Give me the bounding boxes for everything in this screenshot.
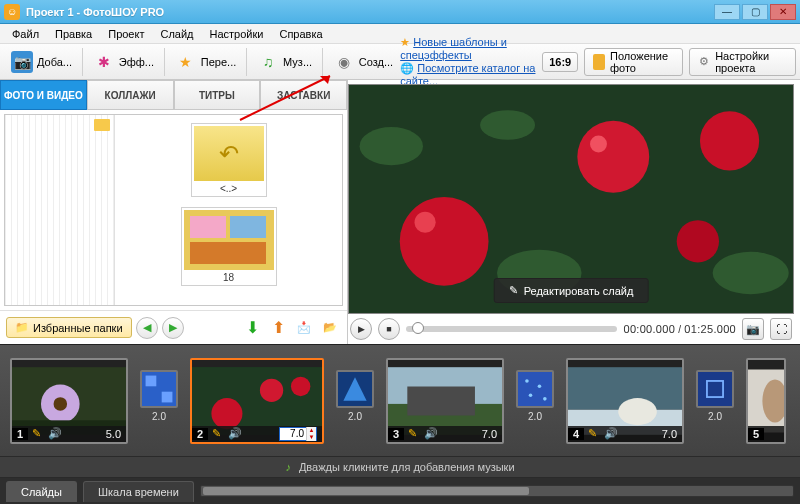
fullscreen-button[interactable]: ⛶ — [770, 318, 792, 340]
svg-rect-3 — [190, 242, 266, 264]
music-button[interactable]: ♫Муз... — [250, 47, 319, 77]
scrollbar-thumb[interactable] — [203, 487, 529, 495]
thumb-folder-18[interactable]: 18 — [181, 207, 277, 286]
seek-track[interactable] — [406, 326, 617, 332]
sound-icon[interactable]: 🔊 — [601, 427, 621, 440]
project-settings-button[interactable]: ⚙Настройки проекта — [689, 48, 796, 76]
aspect-ratio-button[interactable]: 16:9 — [542, 52, 578, 72]
snapshot-button[interactable]: 📷 — [742, 318, 764, 340]
svg-point-13 — [713, 252, 789, 294]
mail-icon[interactable]: 📩 — [293, 317, 315, 339]
window-title: Проект 1 - ФотоШОУ PRO — [26, 6, 714, 18]
transitions-button[interactable]: ★Пере... — [168, 47, 243, 77]
svg-point-24 — [260, 378, 283, 401]
titlebar: ☺ Проект 1 - ФотоШОУ PRO — ▢ ✕ — [0, 0, 800, 24]
position-icon — [593, 54, 605, 70]
menu-slide[interactable]: Слайд — [152, 26, 201, 42]
svg-point-11 — [360, 127, 423, 165]
pencil-icon[interactable]: ✎ — [28, 427, 45, 440]
nav-fwd-button[interactable]: ▶ — [162, 317, 184, 339]
svg-rect-1 — [190, 216, 226, 238]
music-track[interactable]: ♪ Дважды кликните для добавления музыки — [0, 456, 800, 478]
svg-point-7 — [577, 121, 649, 193]
folder-tree[interactable] — [5, 115, 115, 305]
photo-position-button[interactable]: Положение фото — [584, 48, 683, 76]
favorites-button[interactable]: 📁Избранные папки — [6, 317, 132, 338]
svg-rect-20 — [146, 375, 157, 386]
upload-icon[interactable]: ⬆ — [267, 317, 289, 339]
time-display: 00:00.000 / 01:25.000 — [623, 323, 736, 335]
transition-4[interactable]: 2.0 — [694, 370, 736, 432]
svg-point-33 — [538, 384, 542, 388]
create-button[interactable]: ◉Созд... — [326, 47, 400, 77]
slide-strip[interactable]: 1✎🔊5.0 2.0 2✎🔊 ▲▼ 2.0 3✎🔊7.0 2.0 4✎🔊7.0 … — [0, 345, 800, 456]
up-arrow-icon: ↶ — [219, 140, 239, 168]
left-panel: ФОТО И ВИДЕО КОЛЛАЖИ ТИТРЫ ЗАСТАВКИ ↶ <.… — [0, 80, 348, 344]
close-button[interactable]: ✕ — [770, 4, 796, 20]
transition-3[interactable]: 2.0 — [514, 370, 556, 432]
svg-rect-2 — [230, 216, 266, 238]
stop-button[interactable]: ■ — [378, 318, 400, 340]
browser-toolbar: 📁Избранные папки ◀ ▶ ⬇ ⬆ 📩 📂 — [0, 310, 347, 344]
maximize-button[interactable]: ▢ — [742, 4, 768, 20]
slide-2[interactable]: 2✎🔊 ▲▼ — [190, 358, 324, 444]
effects-icon: ✱ — [93, 51, 115, 73]
duration-spinner[interactable]: ▲▼ — [279, 427, 317, 441]
svg-point-35 — [543, 397, 547, 401]
svg-rect-39 — [698, 372, 732, 406]
spin-down[interactable]: ▼ — [306, 434, 316, 441]
slide-3[interactable]: 3✎🔊7.0 — [386, 358, 504, 444]
thumb-up[interactable]: ↶ <..> — [191, 123, 267, 197]
svg-point-32 — [525, 379, 529, 383]
menu-file[interactable]: Файл — [4, 26, 47, 42]
tab-slides[interactable]: Слайды — [6, 481, 77, 502]
edit-slide-button[interactable]: ✎Редактировать слайд — [494, 278, 649, 303]
pencil-icon[interactable]: ✎ — [404, 427, 421, 440]
menu-settings[interactable]: Настройки — [202, 26, 272, 42]
timeline: 1✎🔊5.0 2.0 2✎🔊 ▲▼ 2.0 3✎🔊7.0 2.0 4✎🔊7.0 … — [0, 344, 800, 504]
menu-project[interactable]: Проект — [100, 26, 152, 42]
tab-collage[interactable]: КОЛЛАЖИ — [87, 80, 174, 110]
sound-icon[interactable]: 🔊 — [421, 427, 441, 440]
tab-splash[interactable]: ЗАСТАВКИ — [260, 80, 347, 110]
minimize-button[interactable]: — — [714, 4, 740, 20]
svg-point-25 — [291, 376, 310, 395]
tab-timescale[interactable]: Шкала времени — [83, 481, 194, 502]
timeline-scrollbar[interactable] — [200, 485, 794, 497]
promo-templates-link[interactable]: Новые шаблоны и спецэффекты — [400, 36, 507, 61]
slide-5[interactable]: 5 — [746, 358, 786, 444]
transition-2[interactable]: 2.0 — [334, 370, 376, 432]
sound-icon[interactable]: 🔊 — [225, 427, 245, 440]
music-hint: Дважды кликните для добавления музыки — [299, 461, 515, 473]
source-tabs: ФОТО И ВИДЕО КОЛЛАЖИ ТИТРЫ ЗАСТАВКИ — [0, 80, 347, 110]
bottom-bar: Слайды Шкала времени — [0, 478, 800, 504]
duration-input[interactable] — [280, 428, 306, 439]
preview-area[interactable]: ✎Редактировать слайд — [348, 84, 794, 314]
pencil-icon[interactable]: ✎ — [208, 427, 225, 440]
menu-edit[interactable]: Правка — [47, 26, 100, 42]
slide-1[interactable]: 1✎🔊5.0 — [10, 358, 128, 444]
music-icon: ♫ — [257, 51, 279, 73]
camera-icon: 📷 — [11, 51, 33, 73]
pencil-icon[interactable]: ✎ — [584, 427, 601, 440]
spin-up[interactable]: ▲ — [306, 427, 316, 434]
folder-fav-icon: 📁 — [15, 321, 29, 334]
play-button[interactable]: ▶ — [350, 318, 372, 340]
transition-1[interactable]: 2.0 — [138, 370, 180, 432]
download-icon[interactable]: ⬇ — [241, 317, 263, 339]
slide-4[interactable]: 4✎🔊7.0 — [566, 358, 684, 444]
add-button[interactable]: 📷Доба... — [4, 47, 79, 77]
seek-knob[interactable] — [412, 322, 424, 334]
nav-back-button[interactable]: ◀ — [136, 317, 158, 339]
tab-titles[interactable]: ТИТРЫ — [174, 80, 261, 110]
menu-help[interactable]: Справка — [271, 26, 330, 42]
music-note-icon: ♪ — [285, 461, 291, 473]
effects-button[interactable]: ✱Эфф... — [86, 47, 161, 77]
svg-point-8 — [590, 136, 607, 153]
svg-rect-30 — [407, 386, 475, 415]
sound-icon[interactable]: 🔊 — [45, 427, 65, 440]
content: ФОТО И ВИДЕО КОЛЛАЖИ ТИТРЫ ЗАСТАВКИ ↶ <.… — [0, 80, 800, 344]
tab-photo-video[interactable]: ФОТО И ВИДЕО — [0, 80, 87, 110]
folder-open-icon[interactable]: 📂 — [319, 317, 341, 339]
svg-point-38 — [618, 398, 657, 425]
